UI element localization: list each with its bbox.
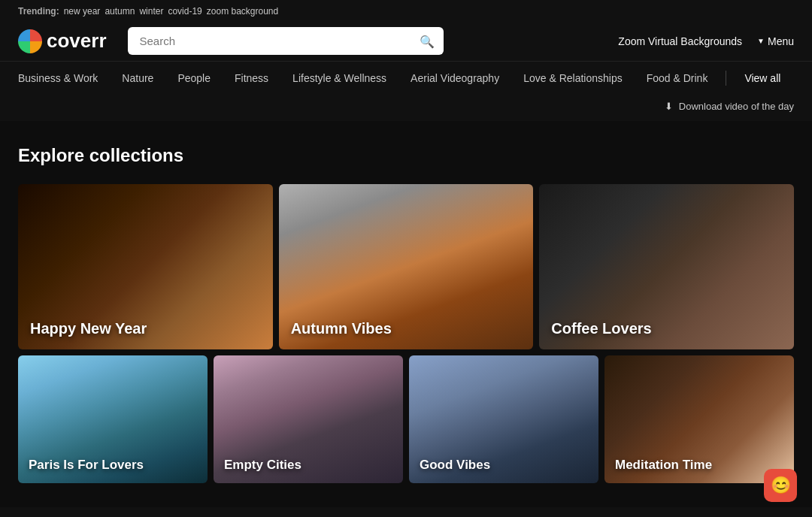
logo-icon: [18, 29, 42, 53]
search-bar: 🔍: [128, 27, 444, 55]
card-label-new-year: Happy New Year: [30, 320, 147, 337]
card-label-paris: Paris Is For Lovers: [29, 458, 144, 473]
logo[interactable]: coverr: [18, 29, 107, 53]
trending-link-new-year[interactable]: new year: [64, 6, 101, 17]
download-icon: ⬇: [665, 101, 673, 112]
cat-fitness[interactable]: Fitness: [223, 62, 280, 95]
trending-link-winter[interactable]: winter: [139, 6, 163, 17]
menu-label: Menu: [768, 35, 794, 47]
cat-lifestyle[interactable]: Lifestyle & Wellness: [280, 62, 398, 95]
download-video-day-button[interactable]: ⬇ Download video of the day: [665, 101, 794, 112]
cat-nature[interactable]: Nature: [110, 62, 165, 95]
main-content: Explore collections Happy New Year Autum…: [0, 121, 812, 507]
collection-card-new-year[interactable]: Happy New Year: [18, 184, 273, 349]
chevron-icon: ▼: [757, 37, 765, 45]
nav-divider: [726, 71, 726, 86]
trending-link-autumn[interactable]: autumn: [105, 6, 135, 17]
cat-aerial[interactable]: Aerial Videography: [398, 62, 511, 95]
chatbot-icon: 😊: [771, 476, 791, 495]
category-nav: Business & Work Nature People Fitness Li…: [0, 61, 812, 95]
collection-card-paris[interactable]: Paris Is For Lovers: [18, 355, 208, 483]
header: Trending: new year autumn winter covid-1…: [0, 0, 812, 61]
collections-grid-bottom: Paris Is For Lovers Empty Cities Good Vi…: [18, 355, 794, 483]
collection-card-coffee[interactable]: Coffee Lovers: [539, 184, 794, 349]
cat-love[interactable]: Love & Relationships: [511, 62, 635, 95]
section-title: Explore collections: [18, 145, 794, 166]
card-label-empty-cities: Empty Cities: [224, 458, 301, 473]
cat-view-all[interactable]: View all: [732, 62, 792, 95]
collection-card-meditation[interactable]: Meditation Time: [604, 355, 794, 483]
collection-card-empty-cities[interactable]: Empty Cities: [214, 355, 403, 483]
card-label-meditation: Meditation Time: [615, 458, 712, 473]
cat-people[interactable]: People: [165, 62, 223, 95]
collection-card-autumn[interactable]: Autumn Vibes: [279, 184, 534, 349]
nav-right: Zoom Virtual Backgrounds ▼ Menu: [618, 35, 794, 47]
chatbot-button[interactable]: 😊: [764, 469, 797, 502]
menu-button[interactable]: ▼ Menu: [757, 35, 794, 47]
search-icon[interactable]: 🔍: [420, 34, 435, 48]
trending-label: Trending:: [18, 6, 59, 17]
cat-food[interactable]: Food & Drink: [635, 62, 720, 95]
download-bar: ⬇ Download video of the day: [0, 95, 812, 121]
trending-link-zoom[interactable]: zoom background: [207, 6, 278, 17]
card-label-autumn: Autumn Vibes: [291, 320, 392, 337]
logo-text: coverr: [47, 29, 107, 53]
collections-grid-top: Happy New Year Autumn Vibes Coffee Lover…: [18, 184, 794, 349]
cat-business-work[interactable]: Business & Work: [18, 62, 110, 95]
card-label-coffee: Coffee Lovers: [551, 320, 651, 337]
card-label-good-vibes: Good Vibes: [420, 458, 490, 473]
nav-top: coverr 🔍 Zoom Virtual Backgrounds ▼ Menu: [18, 21, 794, 61]
download-label: Download video of the day: [679, 101, 794, 112]
trending-bar: Trending: new year autumn winter covid-1…: [18, 0, 794, 21]
collection-card-good-vibes[interactable]: Good Vibes: [409, 355, 598, 483]
zoom-virtual-backgrounds[interactable]: Zoom Virtual Backgrounds: [618, 35, 742, 47]
trending-link-covid[interactable]: covid-19: [168, 6, 201, 17]
search-input[interactable]: [128, 27, 444, 55]
